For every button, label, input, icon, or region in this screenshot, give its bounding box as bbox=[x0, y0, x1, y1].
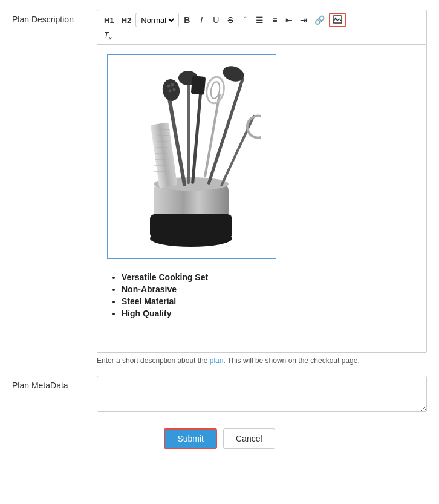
underline-button[interactable]: U bbox=[209, 13, 223, 27]
bullet-list: Versatile Cooking Set Non-Abrasive Steel… bbox=[107, 272, 417, 318]
svg-point-21 bbox=[173, 88, 176, 91]
svg-rect-0 bbox=[333, 16, 342, 23]
plan-description-field: H1 H2 Normal B I bbox=[97, 10, 427, 365]
underline-icon: U bbox=[213, 15, 219, 25]
cancel-button[interactable]: Cancel bbox=[223, 428, 275, 449]
ordered-list-button[interactable]: ☰ bbox=[253, 13, 267, 27]
svg-point-20 bbox=[169, 90, 172, 93]
svg-rect-24 bbox=[191, 87, 203, 184]
svg-rect-25 bbox=[191, 76, 206, 95]
align-left-button[interactable]: ⇤ bbox=[282, 13, 296, 27]
align-left-icon: ⇤ bbox=[285, 15, 293, 25]
strikethrough-icon: S bbox=[228, 15, 233, 25]
list-item: High Quality bbox=[122, 309, 417, 318]
utensils-svg bbox=[122, 63, 261, 250]
svg-rect-22 bbox=[187, 81, 190, 184]
unordered-list-button[interactable]: ≡ bbox=[268, 13, 281, 27]
svg-rect-31 bbox=[220, 114, 256, 187]
image-button[interactable] bbox=[329, 13, 346, 27]
svg-rect-7 bbox=[151, 122, 177, 188]
editor-content-area[interactable]: Versatile Cooking Set Non-Abrasive Steel… bbox=[97, 44, 427, 353]
svg-point-27 bbox=[204, 76, 226, 105]
list-item: Non-Abrasive bbox=[122, 284, 417, 294]
metadata-textarea[interactable] bbox=[97, 376, 427, 412]
submit-button[interactable]: Submit bbox=[164, 428, 217, 449]
svg-point-19 bbox=[171, 83, 174, 87]
svg-point-32 bbox=[244, 113, 261, 142]
blockquote-icon: “ bbox=[244, 15, 247, 25]
svg-rect-6 bbox=[150, 214, 232, 238]
bold-button[interactable]: B bbox=[180, 13, 193, 27]
plan-metadata-row: Plan MetaData bbox=[12, 376, 427, 414]
plan-metadata-label: Plan MetaData bbox=[12, 376, 97, 390]
editor-toolbar: H1 H2 Normal B I bbox=[97, 10, 427, 44]
form-buttons: Submit Cancel bbox=[12, 428, 427, 449]
align-right-icon: ⇥ bbox=[300, 15, 307, 25]
h1-icon: H1 bbox=[104, 16, 114, 25]
h1-button[interactable]: H1 bbox=[101, 13, 117, 27]
svg-point-18 bbox=[167, 85, 171, 88]
image-icon bbox=[333, 15, 342, 25]
h2-icon: H2 bbox=[122, 16, 132, 25]
link-icon: 🔗 bbox=[314, 15, 325, 25]
plan-link-text: plan bbox=[210, 356, 224, 365]
plan-metadata-field bbox=[97, 376, 427, 414]
font-style-select-wrap[interactable]: Normal bbox=[135, 13, 179, 27]
svg-rect-26 bbox=[204, 94, 221, 178]
italic-icon: I bbox=[200, 15, 203, 25]
font-style-select[interactable]: Normal bbox=[138, 15, 176, 25]
editor-image bbox=[112, 60, 270, 254]
strikethrough-button[interactable]: S bbox=[224, 13, 237, 27]
plan-description-label: Plan Description bbox=[12, 10, 97, 24]
h2-button[interactable]: H2 bbox=[119, 13, 135, 27]
toolbar-row-1: H1 H2 Normal B I bbox=[101, 13, 423, 27]
list-item: Steel Material bbox=[122, 296, 417, 306]
italic-button[interactable]: I bbox=[195, 13, 208, 27]
editor-image-box bbox=[107, 54, 276, 259]
link-button[interactable]: 🔗 bbox=[311, 13, 328, 27]
plan-description-row: Plan Description H1 H2 Normal bbox=[12, 10, 427, 365]
helper-text: Enter a short description about the plan… bbox=[97, 356, 427, 365]
list-item: Versatile Cooking Set bbox=[122, 272, 417, 282]
clear-format-icon: Tx bbox=[104, 30, 111, 41]
blockquote-button[interactable]: “ bbox=[238, 13, 252, 27]
toolbar-row-2: Tx bbox=[101, 28, 423, 43]
bold-icon: B bbox=[184, 15, 190, 25]
align-right-button[interactable]: ⇥ bbox=[297, 13, 310, 27]
ol-icon: ☰ bbox=[256, 15, 264, 25]
clear-format-button[interactable]: Tx bbox=[101, 28, 114, 43]
ul-icon: ≡ bbox=[272, 15, 277, 25]
